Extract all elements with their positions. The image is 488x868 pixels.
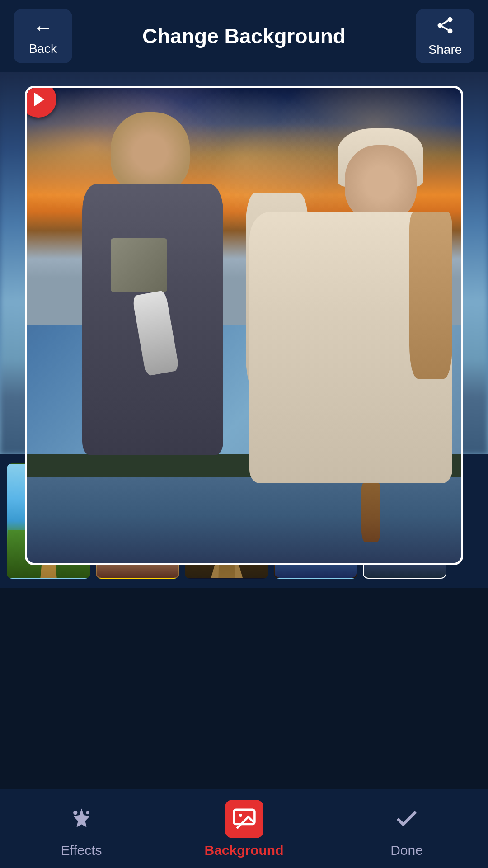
nav-effects[interactable]: Effects <box>0 789 163 868</box>
svg-point-2 <box>447 28 452 33</box>
svg-line-3 <box>442 27 448 30</box>
woman-head <box>345 145 416 220</box>
woman-backpack <box>409 212 452 379</box>
svg-point-8 <box>239 814 242 817</box>
svg-point-6 <box>86 811 89 814</box>
nav-done[interactable]: Done <box>325 789 488 868</box>
svg-point-5 <box>73 811 77 815</box>
back-label: Back <box>29 42 57 56</box>
back-icon: ← <box>33 16 53 39</box>
coffee-cup <box>361 483 380 542</box>
woman-figure <box>214 145 452 563</box>
share-button[interactable]: Share <box>416 9 474 63</box>
svg-point-1 <box>437 23 442 28</box>
share-icon <box>435 15 455 40</box>
effects-icon <box>69 807 94 831</box>
background-icon-wrapper <box>225 800 263 838</box>
share-label: Share <box>428 42 462 57</box>
effects-label: Effects <box>61 843 102 858</box>
back-button[interactable]: ← Back <box>14 9 72 63</box>
background-icon <box>232 807 257 831</box>
svg-line-4 <box>442 21 448 24</box>
man-scarf <box>111 238 167 292</box>
photo-content <box>27 88 461 563</box>
page-title: Change Background <box>142 24 346 48</box>
effects-icon-wrapper <box>62 800 101 838</box>
canvas-area: 𝄙 𝄙 𝄙 <box>0 72 488 588</box>
app-header: ← Back Change Background Share <box>0 0 488 72</box>
bottom-navigation: Effects Background Done <box>0 789 488 868</box>
nav-background[interactable]: Background <box>163 789 325 868</box>
svg-point-0 <box>447 17 452 22</box>
done-label: Done <box>390 843 423 858</box>
background-label: Background <box>204 843 283 858</box>
done-icon-wrapper <box>388 800 426 838</box>
done-icon <box>393 805 420 832</box>
man-head <box>111 112 190 193</box>
photo-frame <box>25 86 463 565</box>
